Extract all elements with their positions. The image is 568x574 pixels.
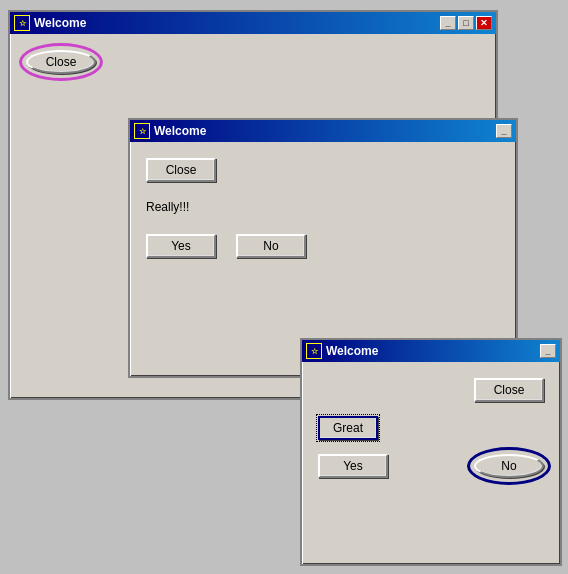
body-text-2: Really!!! bbox=[146, 200, 500, 214]
title-bar-left-2: ☆ Welcome bbox=[134, 123, 206, 139]
close-action-button-1[interactable]: Close bbox=[26, 50, 96, 74]
window-3: ☆ Welcome _ Close Great Yes No bbox=[300, 338, 562, 566]
minimize-button-2[interactable]: _ bbox=[496, 124, 512, 138]
close-action-button-2[interactable]: Close bbox=[146, 158, 216, 182]
window-content-3: Close Great Yes No bbox=[302, 362, 560, 494]
window-content-1: Close bbox=[10, 34, 496, 90]
window-content-2: Close Really!!! Yes No bbox=[130, 142, 516, 274]
great-button[interactable]: Great bbox=[318, 416, 378, 440]
window-icon-2: ☆ bbox=[134, 123, 150, 139]
no-button-3[interactable]: No bbox=[474, 454, 544, 478]
maximize-button-1[interactable]: □ bbox=[458, 16, 474, 30]
window-title-2: Welcome bbox=[154, 124, 206, 138]
title-bar-buttons-2: _ bbox=[496, 124, 512, 138]
minimize-button-3[interactable]: _ bbox=[540, 344, 556, 358]
title-bar-3: ☆ Welcome _ bbox=[302, 340, 560, 362]
title-bar-1: ☆ Welcome _ □ ✕ bbox=[10, 12, 496, 34]
window-title-1: Welcome bbox=[34, 16, 86, 30]
yes-button-2[interactable]: Yes bbox=[146, 234, 216, 258]
close-action-button-3[interactable]: Close bbox=[474, 378, 544, 402]
title-bar-2: ☆ Welcome _ bbox=[130, 120, 516, 142]
window-icon-1: ☆ bbox=[14, 15, 30, 31]
minimize-button-1[interactable]: _ bbox=[440, 16, 456, 30]
title-bar-buttons-3: _ bbox=[540, 344, 556, 358]
close-button-1[interactable]: ✕ bbox=[476, 16, 492, 30]
title-bar-buttons-1: _ □ ✕ bbox=[440, 16, 492, 30]
title-bar-left-3: ☆ Welcome bbox=[306, 343, 378, 359]
window-title-3: Welcome bbox=[326, 344, 378, 358]
window-icon-3: ☆ bbox=[306, 343, 322, 359]
title-bar-left-1: ☆ Welcome bbox=[14, 15, 86, 31]
yes-button-3[interactable]: Yes bbox=[318, 454, 388, 478]
no-button-2[interactable]: No bbox=[236, 234, 306, 258]
